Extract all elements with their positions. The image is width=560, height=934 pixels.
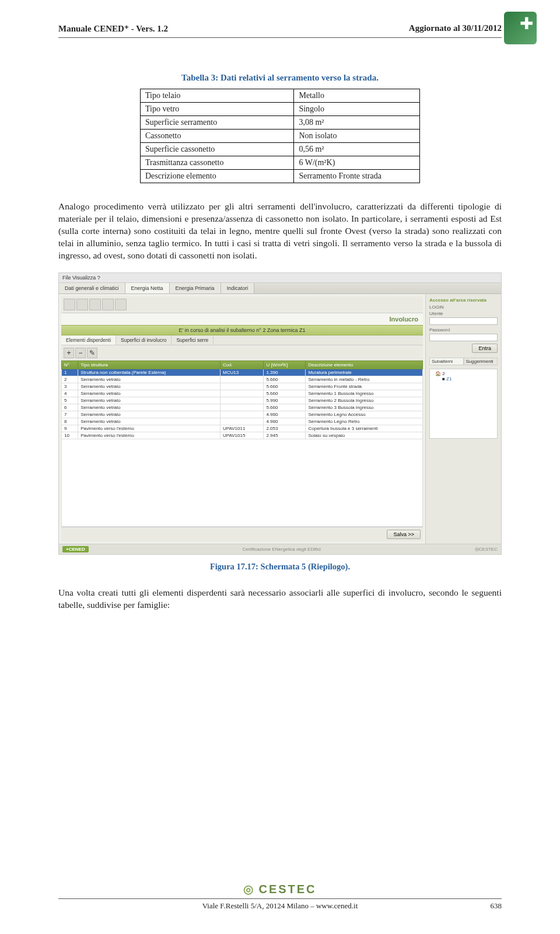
password-input[interactable] — [429, 334, 498, 341]
cestec-brand-small: ◎CESTEC — [475, 547, 498, 552]
table-row: Superficie serramento3,08 m² — [141, 116, 420, 130]
tree-child[interactable]: Z1 — [446, 376, 452, 382]
footer-rule — [58, 898, 502, 899]
side-tab-subalterni[interactable]: Subalterni — [429, 358, 464, 365]
grid-row[interactable]: 5Serramento vetrato5.990Serramento 2 Bus… — [62, 397, 423, 404]
grid-row[interactable]: 6Serramento vetrato5.660Serramento 3 Bus… — [62, 404, 423, 411]
toolbar-icon[interactable] — [102, 299, 114, 310]
table-row: Descrizione elementoSerramento Fronte st… — [141, 170, 420, 183]
grid-row[interactable]: 2Serramento vetrato5.660Serramento in me… — [62, 376, 423, 383]
col-n[interactable]: N° — [62, 361, 78, 369]
footer-logo: CESTEC — [58, 882, 502, 896]
header-rule — [58, 37, 502, 38]
tab-energia-netta[interactable]: Energia Netta — [125, 283, 170, 293]
grid-row[interactable]: 4Serramento vetrato5.660Serramento 1 Bus… — [62, 390, 423, 397]
table-row: Superficie cassonetto0,56 m² — [141, 143, 420, 156]
utente-input[interactable] — [429, 317, 498, 325]
utente-label: Utente — [429, 311, 498, 316]
app-screenshot: File Visualizza ? Dati generali e climat… — [58, 272, 502, 555]
salva-button[interactable]: Salva >> — [387, 530, 421, 539]
app-footer-center: Certificazione ENergetica degli EDifici — [242, 547, 320, 552]
menubar[interactable]: File Visualizza ? — [59, 273, 501, 283]
toolbar-icon[interactable] — [76, 299, 88, 310]
main-tabs: Dati generali e climatici Energia Netta … — [59, 283, 501, 294]
login-label: LOGIN — [429, 305, 498, 310]
app-footer: +CENED Certificazione ENergetica degli E… — [59, 544, 501, 554]
col-desc[interactable]: Descrizione elemento — [306, 361, 423, 369]
side-panel: Accesso all'area riservata LOGIN Utente … — [425, 294, 501, 544]
tab-energia-primaria[interactable]: Energia Primaria — [170, 283, 221, 293]
figure-caption: Figura 17.17: Schermata 5 (Riepilogo). — [58, 562, 502, 572]
add-icon[interactable]: + — [64, 348, 74, 358]
grid-row[interactable]: 7Serramento vetrato4.980Serramento Legno… — [62, 411, 423, 418]
footer-address: Viale F.Restelli 5/A, 20124 Milano – www… — [88, 901, 473, 911]
grid-row[interactable]: 1Struttura non coibentata (Parete Estern… — [62, 369, 423, 376]
tab-dati-generali[interactable]: Dati generali e climatici — [59, 283, 125, 293]
grid-empty-area — [61, 439, 423, 527]
grid-row[interactable]: 8Serramento vetrato4.980Serramento Legno… — [62, 418, 423, 425]
password-label: Password — [429, 327, 498, 333]
header-left: Manuale CENED⁺ - Vers. 1.2 — [58, 23, 168, 34]
edit-icon[interactable]: ✎ — [87, 348, 97, 358]
grid-footer: Salva >> — [61, 527, 423, 541]
table-row: Trasmittanza cassonetto6 W/(m²K) — [141, 156, 420, 170]
tab-indicatori[interactable]: Indicatori — [221, 283, 255, 293]
page-footer: CESTEC Viale F.Restelli 5/A, 20124 Milan… — [58, 882, 502, 911]
paragraph-1: Analogo procedimento verrà utilizzato pe… — [58, 201, 502, 262]
icon-toolbar — [61, 296, 423, 313]
header-right: Aggiornato al 30/11/2012 — [409, 23, 502, 33]
data-table: Tipo telaioMetalloTipo vetroSingoloSuper… — [140, 89, 420, 183]
page-header: Manuale CENED⁺ - Vers. 1.2 Aggiornato al… — [58, 23, 502, 34]
col-u[interactable]: U [W/m²K] — [264, 361, 306, 369]
page-number: 638 — [473, 901, 502, 911]
entra-button[interactable]: Entra — [472, 344, 498, 353]
subtab-superfici-involucro[interactable]: Superfici di involucro — [116, 335, 172, 345]
grid-toolbar: + − ✎ — [61, 345, 423, 361]
grid-row[interactable]: 10Pavimento verso l'esternoUPAV10152.945… — [62, 432, 423, 439]
toolbar-icon[interactable] — [64, 299, 75, 310]
table-row: Tipo telaioMetallo — [141, 89, 420, 103]
side-heading: Accesso all'area riservata — [429, 298, 498, 303]
toolbar-icon[interactable] — [89, 299, 101, 310]
cestec-logo-icon: CESTEC — [243, 882, 316, 896]
paragraph-2: Una volta creati tutti gli elementi disp… — [58, 587, 502, 611]
side-tab-suggerimenti[interactable]: Suggerimenti — [464, 358, 498, 365]
table-row: CassonettoNon isolato — [141, 130, 420, 143]
grid-row[interactable]: 3Serramento vetrato5.660Serramento Front… — [62, 383, 423, 390]
tree-view[interactable]: 🏠 2 ■ Z1 — [429, 369, 498, 439]
remove-icon[interactable]: − — [75, 348, 86, 358]
status-bar: E' in corso di analisi il subalterno n° … — [61, 325, 423, 335]
elements-grid[interactable]: N° Tipo struttura Cod. U [W/m²K] Descriz… — [61, 361, 423, 439]
section-banner: Involucro — [61, 313, 423, 325]
table-caption: Tabella 3: Dati relativi al serramento v… — [58, 73, 502, 83]
sub-tabs: Elementi disperdenti Superfici di involu… — [61, 335, 423, 345]
toolbar-icon[interactable] — [115, 299, 127, 310]
brand-logo-icon — [504, 12, 537, 44]
col-cod[interactable]: Cod. — [220, 361, 264, 369]
table-row: Tipo vetroSingolo — [141, 103, 420, 116]
subtab-elementi[interactable]: Elementi disperdenti — [61, 335, 116, 345]
col-tipo[interactable]: Tipo struttura — [78, 361, 220, 369]
tree-root[interactable]: 2 — [442, 371, 444, 376]
grid-row[interactable]: 9Pavimento verso l'esternoUPAV10112.053C… — [62, 425, 423, 432]
cened-brand: +CENED — [62, 546, 89, 552]
subtab-superfici-serre[interactable]: Superfici serre — [172, 335, 214, 345]
